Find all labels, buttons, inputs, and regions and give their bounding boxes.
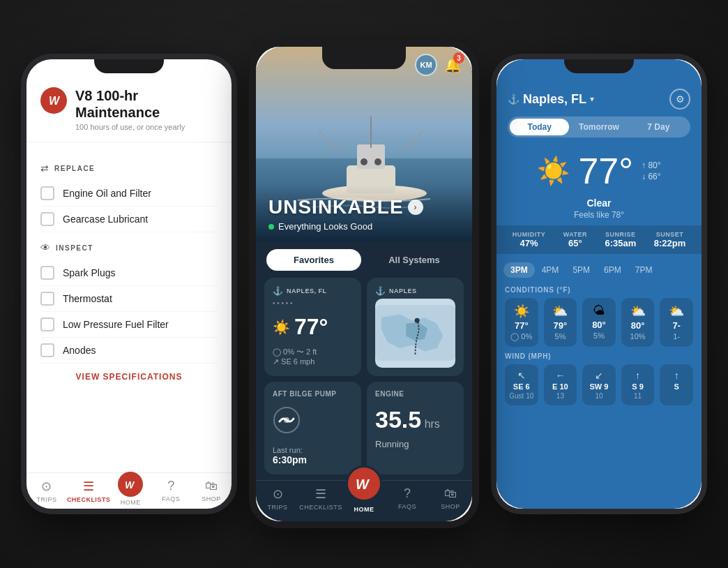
tab-all-systems[interactable]: All Systems [367,249,462,271]
hour-6pm[interactable]: 6PM [597,262,628,278]
hour-7pm[interactable]: 7PM [628,262,660,278]
boat-name: UNSINKABLE [268,196,404,218]
checklist-screen: W V8 100-hr Maintenance 100 hours of use… [26,59,232,509]
section-replace-label: REPLACE [54,165,95,172]
wind-dir-4: S 9 [624,382,652,391]
replace-icon: ⇄ [40,163,49,174]
chevron-down-icon[interactable]: ▾ [590,94,594,104]
temp-range: ↑ 80° ↓ 66° [642,160,660,181]
hour-4pm[interactable]: 4PM [535,262,566,278]
weather-stats: HUMIDITY 47% WATER 65° SUNRISE 6:35am SU… [496,225,702,254]
phone-right: ⚓ Naples, FL ▾ ⚙ Today Tomorrow 7 Day ☀️… [491,54,707,514]
home-center-button[interactable]: W [346,465,382,502]
anchor-icon-weather: ⚓ [273,286,283,296]
widget-map-location: NAPLES [389,287,417,294]
center-nav-trips[interactable]: ⊙ TRIPS [256,486,299,513]
hour-5pm[interactable]: 5PM [566,262,597,278]
nav-trips[interactable]: ⊙ TRIPS [26,479,67,506]
gear-button[interactable]: ⚙ [669,89,690,110]
checkbox-spark-plugs[interactable] [40,266,54,280]
stat-humidity-label: HUMIDITY [513,231,546,238]
checkbox-anodes[interactable] [40,343,54,357]
trips-label: TRIPS [36,496,56,503]
center-bottom-nav: W ⊙ TRIPS ☰ CHECKLISTS HOME ? FAQS [256,480,472,521]
check-item-thermostat[interactable]: Thermostat [40,286,218,312]
wind-speed-1: Gust 10 [508,392,536,400]
center-nav-checklists[interactable]: ☰ CHECKLISTS [299,486,342,513]
cond-pct-4: 10% [624,332,652,341]
widget-map[interactable]: ⚓ NAPLES [367,278,464,376]
cond-pct-1: ◯ 0% [508,332,536,341]
boat-hero: KM 🔔 3 UNSINKABLE › Everything Looks Goo… [256,47,472,242]
home-label-center: HOME [354,506,374,513]
main-temp-block: ☀️ 77° ↑ 80° ↓ 66° [496,144,702,197]
shop-label-left: SHOP [202,495,221,502]
stat-humidity-value: 47% [513,238,546,248]
checkbox-engine-oil[interactable] [40,186,54,200]
nav-faqs-left[interactable]: ? FAQS [151,479,191,506]
widget-weather[interactable]: ⚓ NAPLES, FL • • • • • ☀️ 77° ◯ 0% 〜 2 f… [264,278,361,376]
wind-item-1: ↖ SE 6 Gust 10 [505,364,538,405]
phone-left: W V8 100-hr Maintenance 100 hours of use… [21,54,237,514]
check-item-gearcase[interactable]: Gearcase Lubricant [40,207,218,232]
center-nav-shop[interactable]: 🛍 SHOP [429,486,472,513]
widget-bilge[interactable]: AFT BILGE PUMP Last run: 6:30pm [264,382,361,475]
check-item-anodes[interactable]: Anodes [40,338,218,364]
widget-engine-value: 35.5 [375,406,421,433]
temp-high: ↑ 80° [642,160,660,170]
left-bottom-nav: ⊙ TRIPS ☰ CHECKLISTS W HOME ? [26,472,232,509]
cond-temp-3: 80° [585,320,613,330]
widgets-grid: ⚓ NAPLES, FL • • • • • ☀️ 77° ◯ 0% 〜 2 f… [256,278,472,480]
checkbox-gearcase[interactable] [40,212,54,226]
notification-badge: 3 [453,52,464,63]
section-inspect-header: 👁 INSPECT [40,242,218,253]
view-specs-button[interactable]: VIEW SPECIFICATIONS [40,364,218,390]
check-item-engine-oil[interactable]: Engine Oil and Filter [40,181,218,207]
tab-7day[interactable]: 7 Day [629,119,688,135]
svg-point-13 [415,318,420,323]
widget-engine[interactable]: ENGINE 35.5 hrs Running [367,382,464,475]
nav-checklists[interactable]: ☰ CHECKLISTS [67,479,111,506]
wind-item-5: ↑ S [660,364,693,405]
check-item-fuel-filter[interactable]: Low Pressure Fuel Filter [40,312,218,338]
inspect-icon: 👁 [40,242,50,253]
user-avatar[interactable]: KM [415,54,437,76]
nav-home-left[interactable]: W HOME [110,479,151,506]
conditions-row: ☀️ 77° ◯ 0% ⛅ 79° 5% 🌤 80° 5% [505,298,693,347]
notification-bell-wrapper[interactable]: 🔔 3 [444,57,462,73]
cond-icon-5: ⛅ [662,304,690,319]
svg-point-10 [361,158,367,165]
shop-label-center: SHOP [441,503,460,510]
cond-temp-1: 77° [508,320,536,331]
shop-icon-center: 🛍 [444,486,457,501]
widget-bilge-time: 6:30pm [273,454,353,465]
location-row: ⚓ Naples, FL ▾ [508,92,594,107]
cond-temp-4: 80° [624,320,652,331]
checklists-label: CHECKLISTS [67,496,111,503]
center-nav-faqs[interactable]: ? FAQS [386,486,429,513]
bilge-icon [273,406,353,440]
hour-3pm[interactable]: 3PM [503,262,535,278]
tab-today[interactable]: Today [510,119,569,135]
tab-tomorrow[interactable]: Tomorrow [569,119,628,135]
widget-engine-value-row: 35.5 hrs [375,406,455,433]
feels-like: Feels like 78° [496,210,702,220]
widget-wind: ↗ SE 6 mph [273,357,353,366]
home-logo-button[interactable]: W [118,472,143,497]
checkbox-thermostat[interactable] [40,292,54,306]
next-icon[interactable]: › [408,200,423,215]
svg-point-15 [284,417,289,423]
checklist-title: V8 100-hr Maintenance [75,87,218,121]
widget-map-header: ⚓ NAPLES [375,286,455,296]
trips-icon: ⊙ [41,479,52,494]
condition-text: Clear [496,197,702,209]
wind-arrow-4: ↑ [624,370,652,381]
check-item-spark-plugs[interactable]: Spark Plugs [40,260,218,286]
faqs-icon-center: ? [404,486,411,501]
nav-shop-left[interactable]: 🛍 SHOP [191,479,232,506]
faqs-icon-left: ? [167,479,174,493]
tab-favorites[interactable]: Favorites [266,249,361,271]
checkbox-fuel-filter[interactable] [40,317,54,331]
checklist-body: ⇄ REPLACE Engine Oil and Filter Gearcase… [26,142,232,472]
faqs-label-center: FAQS [398,503,416,510]
